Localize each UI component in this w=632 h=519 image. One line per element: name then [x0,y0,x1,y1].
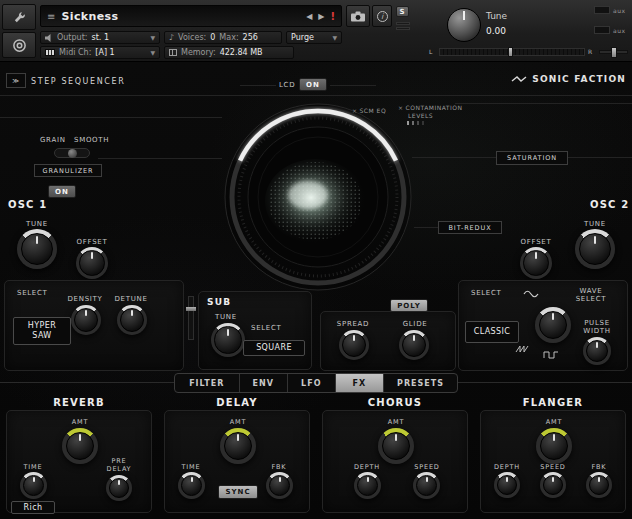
osc1-waveform-dropdown[interactable]: HYPER SAW [13,317,71,345]
chorus-speed-knob[interactable] [413,472,440,499]
master-tune-knob[interactable] [447,8,481,42]
grain-smooth-switch[interactable] [54,148,90,158]
slider-handle[interactable] [611,47,617,58]
glide-knob[interactable] [399,330,429,360]
flanger-depth-knob[interactable] [494,472,520,498]
osc1-detune-label: DETUNE [109,295,153,303]
circuit-line [414,227,438,228]
memory-label: Memory: [181,48,216,57]
delay-time-knob[interactable] [178,472,205,499]
camera-icon [351,11,365,22]
switch-knob[interactable] [68,149,77,158]
osc2-title: OSC 2 [590,199,629,210]
balance-handle[interactable] [508,47,513,57]
osc1-tune-knob[interactable] [17,229,57,269]
step-sequencer-button[interactable]: ≫ [6,73,26,88]
x-marker-icon: × [398,104,404,111]
delay-amt-knob[interactable] [220,428,256,464]
delay-fbk-label: FBK [261,463,297,471]
chorus-depth-knob[interactable] [354,472,381,499]
step-sequencer-label[interactable]: STEP SEQUENCER [31,77,125,86]
midi-activity-meter [396,27,410,30]
reverb-title: REVERB [6,397,152,408]
sub-waveform-dropdown[interactable]: SQUARE [243,340,305,356]
wrench-icon [12,10,27,25]
lcd-on-toggle[interactable]: ON [299,78,327,91]
osc2-waveform-dropdown[interactable]: CLASSIC [465,321,519,343]
tab-env[interactable]: ENV [240,374,288,392]
voices-value: 0 [210,33,215,42]
osc2-tune-label: TUNE [580,220,610,228]
edit-instrument-button[interactable] [2,4,36,30]
grain-label: GRAIN [40,136,66,144]
sub-title: SUB [207,297,231,307]
caret-down-icon: ▼ [150,49,155,56]
next-instrument-arrow[interactable]: ▶ [318,12,324,21]
circuit-line [455,103,632,104]
reverb-type-dropdown[interactable]: Rich [11,501,55,514]
smooth-label: SMOOTH [74,136,109,144]
pulse-width-knob[interactable] [583,337,611,365]
reverb-predelay-label-line2: DELAY [99,465,139,473]
voices-display: ♪ Voices: 0 Max: 256 [164,31,282,44]
osc1-select-panel: SELECT DENSITY DETUNE HYPER SAW [4,280,184,371]
contamination-levels-label: LEVELS [408,112,433,119]
osc2-offset-label: OFFSET [516,238,556,246]
master-volume-slider[interactable] [599,50,628,54]
chorus-amt-knob[interactable] [378,428,414,464]
sub-level-fader[interactable] [188,296,194,340]
spread-knob[interactable] [339,330,369,360]
voice-activity-meter [396,22,410,25]
midi-channel-select[interactable]: Midi Ch: [A] 1 ▼ [40,46,160,59]
reverb-predelay-label-line1: PRE [99,457,139,465]
reverb-amt-knob[interactable] [62,428,98,464]
reverb-time-knob[interactable] [20,472,47,499]
tab-lfo[interactable]: LFO [288,374,336,392]
reverb-predelay-knob[interactable] [106,475,132,501]
aux-meter-top [594,6,610,14]
flanger-fbk-knob[interactable] [586,472,612,498]
menu-icon[interactable]: ≡ [47,11,55,22]
instrument-title-bar[interactable]: ≡ Sickness ◀ ▶ ! [40,5,342,27]
flanger-amt-knob[interactable] [536,428,572,464]
sub-tune-knob[interactable] [211,323,245,357]
aux-label-top: aux [613,7,626,14]
osc1-density-knob[interactable] [71,305,101,335]
delay-sync-toggle[interactable]: SYNC [218,485,258,499]
fader-handle[interactable] [186,307,196,311]
osc1-offset-label: OFFSET [72,238,112,246]
granulizer-on-toggle[interactable]: ON [48,185,76,198]
bit-redux-label[interactable]: BIT-REDUX [438,221,502,234]
osc1-detune-knob[interactable] [117,305,147,335]
contamination-label: CONTAMINATION [406,104,463,111]
tab-filter[interactable]: FILTER [175,374,240,392]
kontakt-header: ≡ Sickness ◀ ▶ ! i Output: st. 1 ▼ [0,0,632,62]
purge-menu[interactable]: Purge ▼ [286,31,342,44]
contamination-meter [407,121,424,125]
osc1-offset-knob[interactable] [76,247,108,279]
instrument-icon-button[interactable] [2,32,36,58]
max-value: 256 [243,33,258,42]
tab-presets[interactable]: PRESETS [384,374,457,392]
info-button[interactable]: i [372,5,392,27]
prev-instrument-arrow[interactable]: ◀ [306,12,312,21]
warning-icon: ! [330,11,335,22]
wave-select-knob[interactable] [535,307,571,343]
snapshot-button[interactable] [346,5,370,27]
voices-label: Voices: [178,33,206,42]
chorus-title: CHORUS [322,397,468,408]
osc2-offset-knob[interactable] [520,247,552,279]
delay-fbk-knob[interactable] [266,472,293,499]
solo-button[interactable]: S [396,6,409,17]
output-select[interactable]: Output: st. 1 ▼ [40,31,160,44]
memory-value: 422.84 MB [220,48,263,57]
tab-bar-flank-line [458,382,632,383]
scm-eq-annotation: × SCM EQ [352,107,386,114]
flanger-speed-knob[interactable] [540,472,566,498]
osc2-tune-knob[interactable] [575,229,615,269]
purge-label: Purge [291,33,314,42]
instrument-title: Sickness [61,10,300,23]
saturation-label[interactable]: SATURATION [496,151,568,165]
tab-fx[interactable]: FX [336,374,384,392]
memory-chip-icon [169,49,177,56]
